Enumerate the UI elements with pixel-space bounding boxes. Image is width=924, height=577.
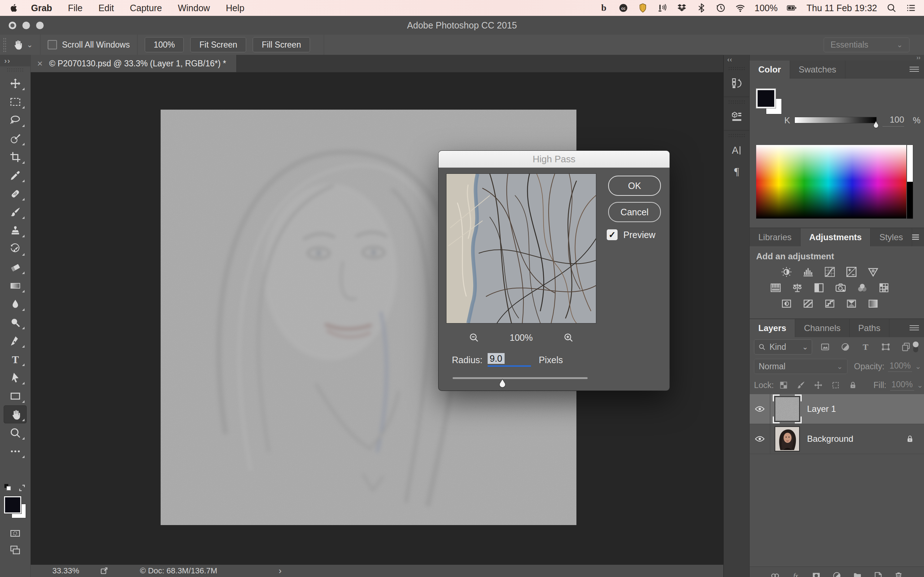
tool-history-brush[interactable] [3,240,27,258]
tool-type[interactable]: T [3,350,27,368]
layer-name[interactable]: Background [807,434,853,444]
tool-hand[interactable] [3,405,27,423]
character-panel-button[interactable]: A [724,140,749,161]
current-tool-indicator[interactable]: ⌄ [11,39,33,50]
tool-clone-stamp[interactable] [3,221,27,239]
options-grip[interactable] [3,37,6,52]
wifi-icon[interactable] [735,3,745,13]
battery-icon[interactable] [787,3,797,13]
tool-eraser[interactable] [3,258,27,276]
swap-colors-icon[interactable] [17,483,27,494]
levels-icon[interactable] [801,265,815,279]
document-tab[interactable]: × © P2070130.psd @ 33.3% (Layer 1, RGB/1… [31,55,237,72]
lock-position-icon[interactable] [814,380,823,390]
new-adjustment-layer-icon[interactable] [832,571,842,577]
lock-paint-icon[interactable] [796,380,806,390]
add-layer-mask-icon[interactable] [811,571,821,577]
opacity-value[interactable]: 100% [888,361,912,372]
link-layers-icon[interactable] [770,571,780,577]
layer-thumbnail[interactable] [775,427,799,451]
slider-track[interactable] [452,377,588,379]
dialog-preview-image[interactable] [446,174,596,323]
black-white-icon[interactable] [812,281,826,295]
tab-libraries[interactable]: Libraries [750,228,801,246]
color-lookup-icon[interactable] [877,281,891,295]
menubar-clock[interactable]: Thu 11 Feb 19:32 [806,3,877,13]
layer-name[interactable]: Layer 1 [807,404,836,414]
apple-menu-icon[interactable] [10,3,20,13]
tool-quick-selection[interactable] [3,129,27,148]
panel-menu-icon[interactable] [912,234,919,240]
brightness-contrast-icon[interactable] [780,265,793,279]
tab-color[interactable]: Color [750,61,790,79]
toolbar-expand-button[interactable]: ›› [0,55,30,66]
workspace-switcher[interactable]: Essentials ⌄ [824,37,909,52]
screen-mode-button[interactable] [3,542,27,558]
tool-ellipsis[interactable] [3,442,27,460]
active-app-name[interactable]: Grab [31,3,52,13]
bluetooth-icon[interactable] [696,3,706,13]
color-balance-icon[interactable] [790,281,804,295]
tab-styles[interactable]: Styles [871,228,912,246]
lock-transparency-icon[interactable] [779,380,788,390]
gradient-map-icon[interactable] [845,297,858,311]
dock-collapse-button[interactable]: ›› [750,55,924,61]
tab-adjustments[interactable]: Adjustments [801,228,871,246]
panel-menu-icon[interactable] [909,325,919,331]
visibility-toggle[interactable] [750,394,770,424]
radius-input[interactable]: 9.0 [488,353,531,367]
spectrum-gradient[interactable] [756,145,906,219]
strip-grip[interactable] [728,66,745,71]
tab-paths[interactable]: Paths [850,319,889,337]
panel-menu-icon[interactable] [909,67,919,73]
tool-crop[interactable] [3,148,27,166]
status-expand-chevron[interactable]: › [279,566,281,576]
selective-color-icon[interactable] [866,297,880,311]
shape-layer-filter-icon[interactable] [881,342,891,352]
menu-edit[interactable]: Edit [99,3,114,13]
visibility-toggle[interactable] [750,424,770,454]
fill-screen-button[interactable]: Fill Screen [253,37,310,52]
bold-b-icon[interactable]: b [599,3,609,13]
tool-pen[interactable] [3,332,27,350]
tool-lasso[interactable] [3,111,27,129]
type-layer-filter-icon[interactable]: T [861,342,871,352]
status-zoom-level[interactable]: 33.33% [52,566,79,575]
fit-screen-button[interactable]: Fit Screen [190,37,246,52]
pixel-layer-filter-icon[interactable] [820,342,830,352]
delete-layer-icon[interactable] [894,571,903,577]
scroll-all-windows-checkbox[interactable] [48,40,57,49]
tab-swatches[interactable]: Swatches [790,61,845,79]
tool-gradient[interactable] [3,277,27,295]
exposure-icon[interactable] [845,265,858,279]
menu-window[interactable]: Window [178,3,210,13]
cancel-button[interactable]: Cancel [608,202,661,222]
foreground-background-swatches[interactable] [4,496,26,519]
channel-mixer-icon[interactable] [855,281,869,295]
tab-close-button[interactable]: × [37,58,43,69]
tool-move[interactable] [3,74,27,92]
tool-spot-healing-brush[interactable] [3,185,27,203]
smart-object-filter-icon[interactable] [901,342,911,352]
dropbox-icon[interactable] [677,3,687,13]
lock-all-icon[interactable] [848,380,858,390]
posterize-icon[interactable] [801,297,815,311]
photo-filter-icon[interactable] [834,281,848,295]
tool-blur[interactable] [3,295,27,313]
menu-capture[interactable]: Capture [130,3,162,13]
share-icon[interactable] [100,566,109,575]
zoom-in-icon[interactable] [563,332,574,343]
spotlight-icon[interactable] [887,3,897,13]
time-machine-icon[interactable] [716,3,726,13]
radius-value[interactable]: 9.0 [488,353,505,364]
threshold-icon[interactable] [823,297,837,311]
slider-thumb[interactable] [498,378,507,389]
kind-filter-dropdown[interactable]: Kind ⌄ [754,339,812,355]
color-spectrum-ramp[interactable] [756,145,913,219]
input-volume-icon[interactable] [657,3,667,13]
tool-rectangular-marquee[interactable] [3,93,27,111]
default-colors-icon[interactable] [3,483,13,494]
paragraph-panel-button[interactable]: ¶ [724,161,749,182]
layer-row-layer-1[interactable]: Layer 1 [750,394,924,424]
tab-layers[interactable]: Layers [750,319,795,337]
